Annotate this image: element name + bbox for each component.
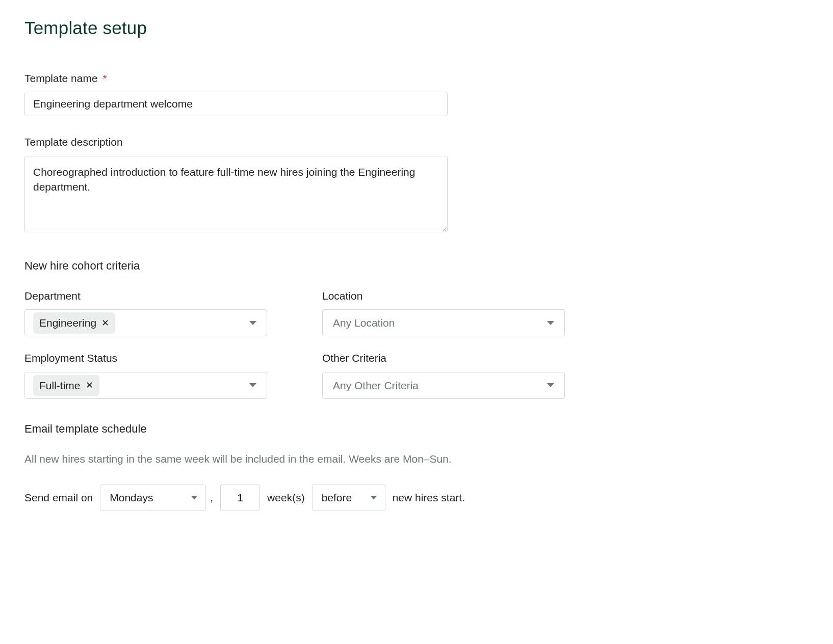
schedule-relative-value: before [322, 490, 352, 505]
chevron-down-icon [371, 496, 377, 499]
location-label: Location [322, 288, 565, 303]
remove-employment-status-chip-icon[interactable]: ✕ [86, 381, 93, 390]
employment-status-chip-text: Full-time [39, 378, 81, 393]
other-criteria-placeholder: Any Other Criteria [329, 378, 419, 393]
chevron-down-icon [547, 383, 554, 387]
chevron-down-icon [249, 383, 256, 387]
department-chip-text: Engineering [39, 315, 96, 330]
chevron-down-icon [249, 321, 256, 325]
criteria-grid: Department Engineering ✕ Location Any Lo… [24, 288, 809, 399]
schedule-comma: , [210, 490, 213, 505]
other-criteria-cell: Other Criteria Any Other Criteria [322, 351, 565, 398]
chevron-down-icon [547, 321, 554, 325]
page-title: Template setup [24, 15, 809, 40]
chevron-down-icon [191, 496, 197, 499]
other-criteria-select[interactable]: Any Other Criteria [322, 372, 565, 399]
department-chip: Engineering ✕ [33, 312, 115, 333]
location-cell: Location Any Location [322, 288, 565, 336]
employment-status-label: Employment Status [24, 351, 267, 365]
schedule-weeks-label: week(s) [267, 490, 305, 505]
required-asterisk: * [102, 72, 107, 84]
department-select[interactable]: Engineering ✕ [24, 309, 267, 336]
schedule-prefix: Send email on [24, 490, 93, 505]
schedule-suffix: new hires start. [393, 490, 465, 505]
template-name-field: Template name * [24, 71, 809, 116]
cohort-criteria-heading: New hire cohort criteria [24, 258, 809, 274]
template-name-label: Template name * [24, 71, 809, 86]
schedule-day-select[interactable]: Mondays [100, 485, 206, 511]
location-placeholder: Any Location [329, 315, 395, 330]
schedule-row: Send email on Mondays , week(s) before n… [24, 485, 809, 511]
schedule-description: All new hires starting in the same week … [24, 451, 809, 466]
employment-status-cell: Employment Status Full-time ✕ [24, 351, 267, 398]
department-label: Department [24, 288, 267, 303]
schedule-heading: Email template schedule [24, 421, 809, 437]
template-description-field: Template description Choreographed intro… [24, 135, 809, 236]
employment-status-chip: Full-time ✕ [33, 375, 99, 396]
employment-status-select[interactable]: Full-time ✕ [24, 372, 267, 399]
schedule-day-value: Mondays [110, 490, 153, 505]
schedule-relative-select[interactable]: before [312, 485, 385, 511]
remove-department-chip-icon[interactable]: ✕ [101, 318, 109, 328]
other-criteria-label: Other Criteria [322, 351, 565, 365]
template-description-input[interactable]: Choreographed introduction to feature fu… [24, 156, 448, 232]
template-description-label: Template description [24, 135, 809, 149]
location-select[interactable]: Any Location [322, 309, 565, 336]
schedule-weeks-input[interactable] [220, 485, 260, 511]
template-name-input[interactable] [24, 92, 448, 116]
template-name-label-text: Template name [24, 72, 98, 84]
department-cell: Department Engineering ✕ [24, 288, 267, 336]
